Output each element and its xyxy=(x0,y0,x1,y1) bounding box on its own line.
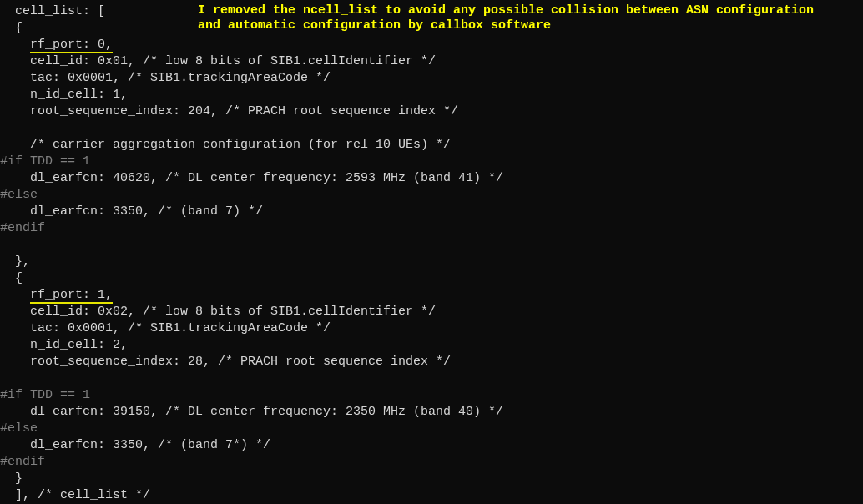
annotation-comment: I removed the ncell_list to avoid any po… xyxy=(198,3,832,33)
code-line: }, xyxy=(0,255,30,269)
code-line: dl_earfcn: 3350, /* (band 7*) */ xyxy=(0,438,270,452)
code-line: ], /* cell_list */ xyxy=(0,488,150,502)
preprocessor-endif: #endif xyxy=(0,455,45,469)
code-line: dl_earfcn: 40620, /* DL center frequency… xyxy=(0,171,503,185)
preprocessor-else: #else xyxy=(0,188,38,202)
preprocessor-endif: #endif xyxy=(0,221,45,235)
code-line: n_id_cell: 2, xyxy=(0,338,128,352)
code-line: dl_earfcn: 3350, /* (band 7) */ xyxy=(0,204,263,219)
code-line: rf_port: 1, xyxy=(0,288,113,304)
code-block: cell_list: [ { rf_port: 0, cell_id: 0x01… xyxy=(0,0,863,504)
code-line: cell_id: 0x01, /* low 8 bits of SIB1.cel… xyxy=(0,54,436,68)
code-line: /* carrier aggregation configuration (fo… xyxy=(0,138,451,152)
highlight-rf-port-1: rf_port: 1, xyxy=(30,288,113,304)
code-line: } xyxy=(0,471,23,486)
code-line: dl_earfcn: 39150, /* DL center frequency… xyxy=(0,405,503,419)
code-line: root_sequence_index: 28, /* PRACH root s… xyxy=(0,355,451,369)
code-line: { xyxy=(0,271,23,285)
code-line: cell_id: 0x02, /* low 8 bits of SIB1.cel… xyxy=(0,305,436,319)
code-line: rf_port: 0, xyxy=(0,38,113,53)
code-line: tac: 0x0001, /* SIB1.trackingAreaCode */ xyxy=(0,321,331,335)
highlight-rf-port-0: rf_port: 0, xyxy=(30,38,113,53)
code-line: n_id_cell: 1, xyxy=(0,88,128,102)
preprocessor-if: #if TDD == 1 xyxy=(0,154,90,169)
code-line: root_sequence_index: 204, /* PRACH root … xyxy=(0,104,458,118)
code-line: cell_list: [ xyxy=(0,4,105,18)
preprocessor-if: #if TDD == 1 xyxy=(0,388,90,402)
preprocessor-else: #else xyxy=(0,421,38,436)
code-line: { xyxy=(0,21,23,35)
code-line: tac: 0x0001, /* SIB1.trackingAreaCode */ xyxy=(0,71,331,85)
